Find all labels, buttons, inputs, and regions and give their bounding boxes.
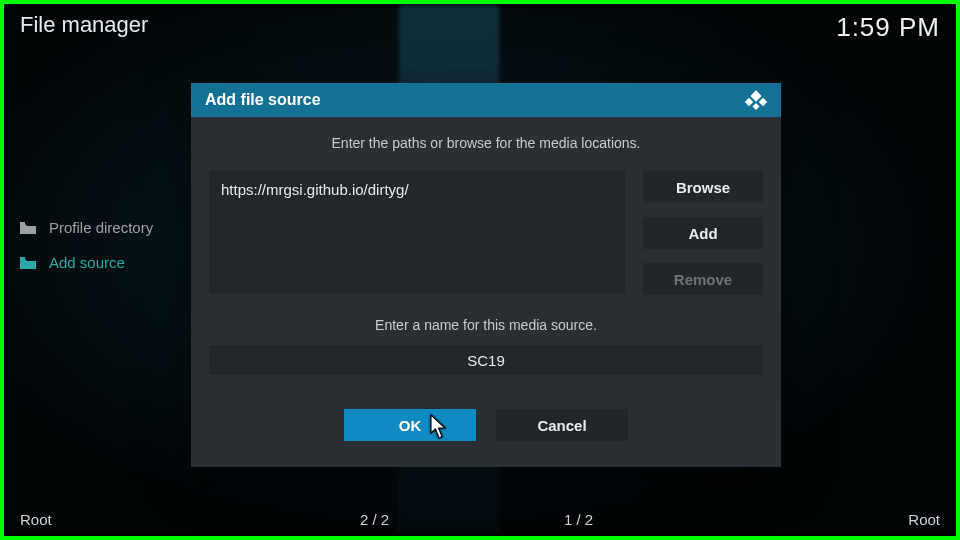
path-value: https://mrgsi.github.io/dirtyg/ [221, 181, 409, 198]
add-file-source-dialog: Add file source Enter the paths or brows… [191, 83, 781, 467]
dialog-title: Add file source [205, 91, 321, 109]
folder-icon [20, 257, 36, 269]
sidebar-item-profile-directory[interactable]: Profile directory [20, 219, 153, 236]
add-button[interactable]: Add [643, 217, 763, 249]
side-buttons: Browse Add Remove [643, 171, 763, 295]
svg-rect-3 [752, 103, 759, 110]
dialog-titlebar: Add file source [191, 83, 781, 117]
footer-count-right: 1 / 2 [564, 511, 593, 528]
footer: Root 2 / 2 1 / 2 Root [4, 511, 956, 528]
header: File manager 1:59 PM [20, 12, 940, 43]
page-title: File manager [20, 12, 148, 38]
name-value: SC19 [467, 352, 505, 369]
svg-rect-2 [759, 98, 767, 106]
footer-left-label: Root [20, 511, 52, 528]
footer-count-left: 2 / 2 [360, 511, 389, 528]
path-input[interactable]: https://mrgsi.github.io/dirtyg/ [209, 171, 625, 293]
sidebar-item-add-source[interactable]: Add source [20, 254, 153, 271]
svg-rect-0 [750, 90, 761, 101]
sidebar-item-label: Add source [49, 254, 125, 271]
sidebar-item-label: Profile directory [49, 219, 153, 236]
dialog-body: Enter the paths or browse for the media … [191, 117, 781, 467]
cancel-button[interactable]: Cancel [496, 409, 628, 441]
svg-rect-1 [745, 98, 753, 106]
ok-button[interactable]: OK [344, 409, 476, 441]
kodi-logo-icon [743, 89, 769, 111]
clock: 1:59 PM [836, 12, 940, 43]
sidebar: Profile directory Add source [20, 219, 153, 271]
folder-icon [20, 222, 36, 234]
name-instruction: Enter a name for this media source. [209, 317, 763, 333]
path-row: https://mrgsi.github.io/dirtyg/ Browse A… [209, 171, 763, 295]
footer-right-label: Root [908, 511, 940, 528]
dialog-actions: OK Cancel [209, 409, 763, 441]
name-input[interactable]: SC19 [209, 345, 763, 375]
path-instruction: Enter the paths or browse for the media … [209, 135, 763, 151]
browse-button[interactable]: Browse [643, 171, 763, 203]
remove-button: Remove [643, 263, 763, 295]
